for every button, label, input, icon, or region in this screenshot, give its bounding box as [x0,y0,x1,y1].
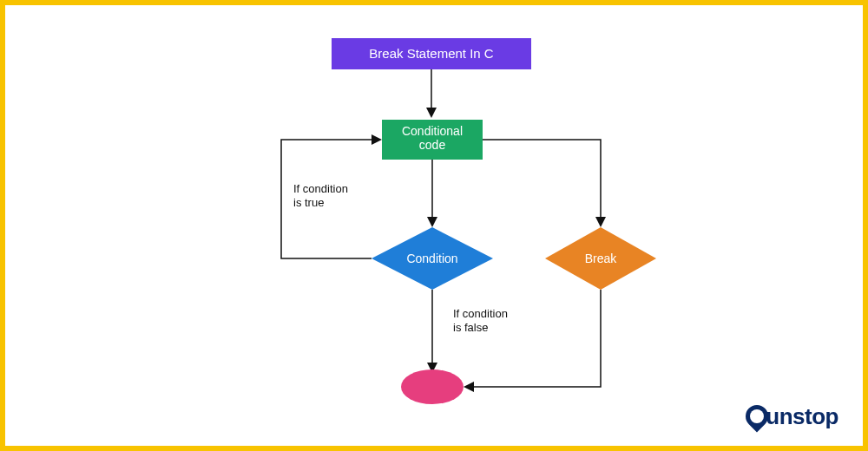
annot-false-l2: is false [453,321,488,334]
brand-part2: stop [792,403,838,429]
arrowhead-break [595,217,606,227]
arrowhead-2 [427,217,437,227]
condcode-line2: code [419,138,446,152]
condition-text: Condition [406,252,457,265]
flowchart-svg: Break Statement In C Conditional code Co… [5,5,863,446]
node-end [401,369,464,404]
edge-condcode-to-break [483,140,601,219]
annot-true-l2: is true [293,196,324,209]
condcode-line1: Conditional [402,124,463,138]
title-text: Break Statement In C [369,46,494,61]
arrowhead-loop [372,134,382,145]
arrowhead-1 [426,108,437,118]
brand-part1: un [766,403,792,429]
diagram-frame: Break Statement In C Conditional code Co… [0,0,868,451]
annot-false-l1: If condition [453,307,508,320]
break-text: Break [585,252,618,265]
annot-true-l1: If condition [293,182,348,195]
arrowhead-end2 [464,382,474,392]
brand-logo: unstop [746,403,838,430]
edge-break-to-end [472,290,601,387]
